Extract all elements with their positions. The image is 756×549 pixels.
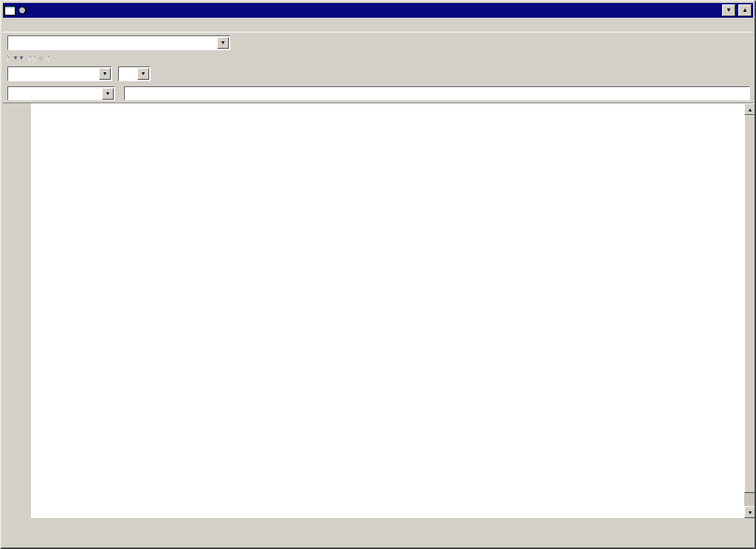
minimize-button[interactable]: ▼ bbox=[722, 4, 735, 16]
title-bar[interactable]: ▼ ▲ bbox=[3, 3, 753, 18]
main-toolbar bbox=[3, 103, 31, 518]
maximize-button[interactable]: ▲ bbox=[738, 4, 752, 16]
sheet-tab-bar bbox=[3, 518, 756, 530]
spreadsheet-grid[interactable] bbox=[31, 103, 744, 518]
status-bar bbox=[3, 531, 756, 546]
toolbar-grip[interactable] bbox=[47, 55, 49, 62]
formula-bar: ▼ bbox=[3, 84, 753, 103]
chevron-down-icon[interactable]: ▼ bbox=[99, 68, 111, 80]
toolbar-grip[interactable] bbox=[6, 55, 9, 62]
vertical-scroll-thumb[interactable] bbox=[744, 115, 756, 493]
chevron-down-icon[interactable]: ▼ bbox=[102, 88, 114, 100]
cell-reference-box[interactable]: ▼ bbox=[7, 86, 115, 100]
url-combo[interactable]: ▼ bbox=[7, 35, 230, 50]
formula-input[interactable] bbox=[124, 86, 750, 100]
scroll-down-icon[interactable]: ▼ bbox=[744, 506, 756, 518]
chevron-down-icon[interactable]: ▼ bbox=[137, 68, 149, 80]
menu-bar bbox=[3, 18, 753, 32]
zoom-icon[interactable]: ○ bbox=[37, 55, 45, 62]
font-name-combo[interactable]: ▼ bbox=[7, 66, 112, 81]
application-window: ▼ ▲ ▼ ▼▼ ○ ▼ ▼ ▼ bbox=[0, 0, 756, 549]
chevron-double-down-icon[interactable]: ▼▼ bbox=[10, 55, 27, 62]
chevron-down-icon[interactable]: ▼ bbox=[217, 37, 229, 49]
collapsed-toolbar: ▼▼ ○ bbox=[3, 53, 753, 63]
toolbar-grip[interactable] bbox=[28, 55, 31, 62]
pin-icon[interactable] bbox=[18, 7, 26, 14]
toolbar-grip[interactable] bbox=[32, 55, 35, 62]
vertical-scrollbar[interactable]: ▲ ▼ bbox=[744, 103, 756, 518]
font-size-combo[interactable]: ▼ bbox=[118, 66, 151, 81]
workspace: ▲ ▼ bbox=[3, 103, 756, 518]
scroll-up-icon[interactable]: ▲ bbox=[744, 103, 756, 115]
format-bar: ▼ ▼ bbox=[3, 63, 753, 84]
document-icon bbox=[4, 6, 16, 15]
function-bar: ▼ bbox=[3, 32, 753, 53]
